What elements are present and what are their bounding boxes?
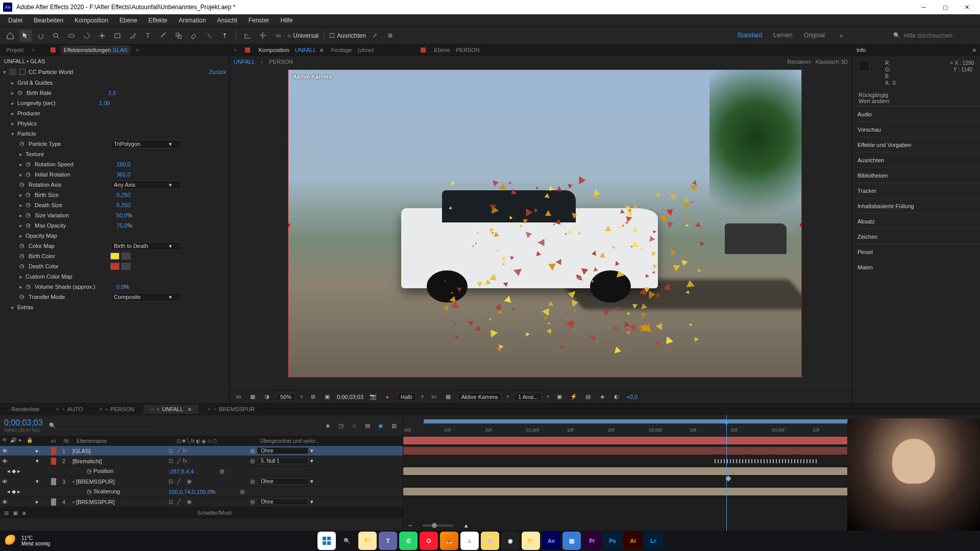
snap-options-icon[interactable]: ⤢ xyxy=(369,30,381,42)
panel-bibliotheken[interactable]: Bibliotheken xyxy=(852,167,980,183)
parent-dropdown[interactable]: Ohne xyxy=(257,498,308,505)
comp-tab-close[interactable]: × xyxy=(234,47,237,53)
grid-icon[interactable]: ▦ xyxy=(248,392,257,402)
parent-dropdown[interactable]: Ohne xyxy=(257,478,308,485)
col-label-icon[interactable]: 🏷 xyxy=(51,438,59,444)
twirl-icon[interactable]: ▸ xyxy=(11,90,17,96)
guide-icon[interactable]: ▣ xyxy=(323,392,332,402)
workspace-standard[interactable]: Standard xyxy=(737,30,764,42)
panel-tracker[interactable]: Tracker xyxy=(852,183,980,198)
stopwatch-icon[interactable]: ◷ xyxy=(26,171,33,178)
tab-effekteinstellungen[interactable]: Effekteinstellungen GLAS xyxy=(61,45,131,55)
col-solo-icon[interactable]: ● xyxy=(18,437,26,444)
rotate-tool[interactable] xyxy=(81,30,93,42)
prop-volume-shade-value[interactable]: 0,0% xyxy=(116,284,129,290)
camera-dropdown[interactable]: Aktive Kamera xyxy=(458,393,502,401)
home-tool[interactable] xyxy=(4,30,16,42)
keyframes[interactable] xyxy=(715,459,818,463)
local-axis-icon[interactable] xyxy=(241,30,254,42)
stopwatch-icon[interactable]: ◷ xyxy=(19,181,27,188)
layer-row-bremslicht[interactable]: 👁▾ 2 [Bremslicht] ⊡╱fx ◎5. Null 1▾ xyxy=(0,456,403,466)
frame-blend-icon[interactable]: ▤ xyxy=(363,421,372,430)
weather-text[interactable]: 11°C Meist sonnig xyxy=(21,535,50,546)
stopwatch-icon[interactable]: ◷ xyxy=(87,468,92,474)
pixel-aspect-icon[interactable]: ▣ xyxy=(555,392,564,402)
toggle-modes-icon[interactable]: ▣ xyxy=(13,510,18,516)
stopwatch-icon[interactable]: ◷ xyxy=(26,161,33,168)
twirl-icon[interactable]: ▸ xyxy=(19,273,26,280)
stopwatch-icon[interactable]: ◷ xyxy=(26,202,33,209)
subtab-unfall[interactable]: UNFALL xyxy=(234,59,255,65)
twirl-icon[interactable]: ▾ xyxy=(36,458,39,464)
app-icon[interactable]: ⬢ xyxy=(481,532,499,550)
switch-col-icon[interactable]: ✱ xyxy=(182,438,186,444)
switches-modes-toggle[interactable]: Schalter/Modi xyxy=(30,510,399,516)
keyframe-nav-icon[interactable]: ◂ ◆ ▸ xyxy=(7,488,20,495)
twirl-icon[interactable]: ▸ xyxy=(19,192,26,198)
snapshot-icon[interactable]: 📷 xyxy=(369,392,378,402)
menu-komposition[interactable]: Komposition xyxy=(69,15,113,26)
menu-bearbeiten[interactable]: Bearbeiten xyxy=(29,15,68,26)
folder-icon[interactable]: 📁 xyxy=(522,532,540,550)
pickwhip-icon[interactable]: ◎ xyxy=(250,447,255,454)
col-lock-icon[interactable]: 🔒 xyxy=(27,437,34,444)
stopwatch-icon[interactable]: ◷ xyxy=(19,263,27,270)
prop-value[interactable]: -287,8,4,4 xyxy=(168,468,194,474)
panel-audio[interactable]: Audio xyxy=(852,106,980,121)
prop-longevity-value[interactable]: 1,00 xyxy=(99,100,110,106)
stopwatch-icon[interactable]: ◷ xyxy=(19,293,27,300)
twirl-icon[interactable]: ▸ xyxy=(11,110,17,117)
universal-check[interactable]: ○Universal xyxy=(287,32,318,39)
prop-rotation-axis-dropdown[interactable]: Any Axis▾ xyxy=(110,181,182,189)
layer-name[interactable]: ▫ [BREMSSPUR] xyxy=(71,499,168,505)
twirl-icon[interactable]: ▸ xyxy=(19,171,26,178)
stopwatch-icon[interactable]: ◷ xyxy=(26,191,33,198)
timeline-timecode[interactable]: 0;00;03;03 xyxy=(4,418,43,428)
pickwhip-icon[interactable]: ◎ xyxy=(250,498,255,505)
opera-icon[interactable]: O xyxy=(420,532,438,550)
world-axis-icon[interactable]: ➕ xyxy=(257,30,269,42)
zoom-dropdown[interactable]: 50% xyxy=(277,393,295,401)
tab-person[interactable]: ×▫PERSON xyxy=(92,405,141,414)
snap-grid-icon[interactable]: ⊞ xyxy=(384,30,397,42)
panel-zeichen[interactable]: Zeichen xyxy=(852,229,980,244)
zoom-slider[interactable] xyxy=(423,524,453,527)
panel-absatz[interactable]: Absatz xyxy=(852,213,980,229)
twirl-icon[interactable]: ▸ xyxy=(11,80,17,86)
layer-color[interactable] xyxy=(51,498,56,506)
stopwatch-icon[interactable]: ◷ xyxy=(26,222,33,229)
views-dropdown[interactable]: 1 Ansi... xyxy=(514,393,542,401)
pickwhip-icon[interactable]: ◎ xyxy=(219,468,225,474)
zoom-in-icon[interactable]: ▲ xyxy=(463,522,469,529)
twirl-icon[interactable]: ▸ xyxy=(19,222,26,229)
switch-col-icon[interactable]: ◇ xyxy=(207,438,211,444)
twirl-icon[interactable]: ▸ xyxy=(11,304,17,311)
view-axis-icon[interactable]: ▭ xyxy=(272,30,284,42)
close-button[interactable]: ✕ xyxy=(957,1,977,13)
twirl-icon[interactable]: ▸ xyxy=(19,212,26,219)
prop-value[interactable]: 100,0,74,0,100,0 xyxy=(168,489,211,495)
clone-tool[interactable] xyxy=(173,30,185,42)
playhead[interactable] xyxy=(726,415,727,531)
snap-check[interactable]: ☐Ausrichten xyxy=(329,32,366,39)
exposure-reset-icon[interactable]: ◐ xyxy=(612,392,621,402)
puppet-tool[interactable] xyxy=(218,30,231,42)
twirl-icon[interactable]: ▾ xyxy=(3,69,6,76)
eraser-tool[interactable] xyxy=(188,30,200,42)
graph-editor-icon[interactable]: ▥ xyxy=(389,421,399,430)
renderer-dropdown[interactable]: Klassisch 3D xyxy=(815,59,848,65)
viewer-canvas[interactable]: Aktive Kamera xyxy=(288,69,802,378)
layer-color[interactable] xyxy=(51,478,56,485)
menu-fenster[interactable]: Fenster xyxy=(243,15,275,26)
obs-icon[interactable]: ◉ xyxy=(501,532,520,550)
layer-color[interactable] xyxy=(51,447,56,455)
layer-prop-position[interactable]: ◂ ◆ ▸ ◷ Position -287,8,4,4 ◎ xyxy=(0,466,403,477)
twirl-icon[interactable]: ▸ xyxy=(19,284,26,290)
workspace-more-icon[interactable]: » xyxy=(835,30,847,42)
stopwatch-icon[interactable]: ◷ xyxy=(26,212,33,219)
tab-renderliste[interactable]: Renderliste xyxy=(4,405,47,414)
zoom-out-icon[interactable]: ─ xyxy=(408,522,412,529)
firefox-icon[interactable]: 🦊 xyxy=(440,532,458,550)
search-taskbar-icon[interactable]: 🔍 xyxy=(338,532,356,550)
shy-icon[interactable]: ⌂ xyxy=(350,421,359,430)
